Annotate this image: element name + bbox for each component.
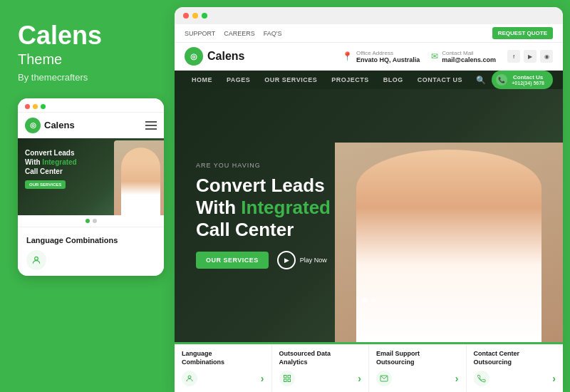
hero-content: ARE YOU HAVING Convert Leads With Integr… bbox=[196, 162, 331, 270]
search-icon[interactable]: 🔍 bbox=[476, 76, 486, 85]
bottom-card-icon-0 bbox=[182, 371, 197, 386]
hero-services-button[interactable]: OUR SERVICES bbox=[196, 252, 269, 269]
bottom-card-arrow-2: › bbox=[455, 373, 459, 384]
nav-contact[interactable]: CONTACT US bbox=[410, 71, 470, 89]
mobile-dots bbox=[25, 104, 46, 109]
bottom-cards: LanguageCombinations › Outsourced DataAn… bbox=[175, 342, 563, 392]
office-label: Office Address bbox=[356, 50, 420, 56]
top-info-links: SUPPORT CAREERS FAQ'S bbox=[185, 30, 282, 37]
mobile-hero-title: Convert Leads With Integrated Call Cente… bbox=[25, 148, 77, 176]
browser-dot-yellow bbox=[192, 13, 198, 19]
header-mail-text: Contact Mail mail@calens.com bbox=[442, 50, 496, 63]
phone-icon: 📞 bbox=[496, 74, 507, 86]
hero-image bbox=[335, 143, 563, 342]
nav-support[interactable]: SUPPORT bbox=[185, 30, 215, 37]
instagram-icon[interactable]: ◉ bbox=[540, 50, 553, 63]
nav-links: HOME PAGES OUR SERVICES PROJECTS BLOG CO… bbox=[185, 71, 470, 89]
hero-indicators bbox=[362, 298, 375, 303]
bottom-card-3[interactable]: Contact CenterOutsourcing › bbox=[467, 344, 564, 392]
bottom-card-2[interactable]: Email SupportOutsourcing › bbox=[369, 344, 467, 392]
nav-careers[interactable]: CAREERS bbox=[224, 30, 255, 37]
svg-point-1 bbox=[188, 376, 191, 378]
facebook-icon[interactable]: f bbox=[507, 50, 520, 63]
mobile-hero-btn[interactable]: OUR SERVICES bbox=[25, 180, 66, 189]
hero-indicator-2[interactable] bbox=[370, 298, 375, 303]
play-icon: ▶ bbox=[277, 251, 296, 269]
header-social: f ▶ ◉ bbox=[507, 50, 553, 63]
mobile-mockup: ◎ Calens Convert Leads With Integrated C… bbox=[18, 98, 164, 276]
bottom-card-title-0: LanguageCombinations bbox=[182, 350, 264, 366]
nav-right: 🔍 📞 Contact Us +012(34) 5678 bbox=[476, 71, 553, 89]
mobile-dot-red bbox=[25, 104, 30, 109]
header-info: 📍 Office Address Envato HQ, Australia ✉ … bbox=[342, 50, 553, 63]
location-icon: 📍 bbox=[342, 51, 353, 61]
hero-section: ARE YOU HAVING Convert Leads With Integr… bbox=[175, 89, 563, 342]
mail-icon: ✉ bbox=[431, 51, 438, 61]
bottom-card-arrow-0: › bbox=[261, 373, 264, 384]
mobile-hero-image bbox=[114, 140, 164, 215]
browser-dot-green bbox=[202, 13, 207, 19]
office-value: Envato HQ, Australia bbox=[356, 56, 420, 63]
hero-play-button[interactable]: ▶ Play Now bbox=[277, 251, 327, 269]
mobile-logo-text: Calens bbox=[44, 120, 75, 130]
header-office-text: Office Address Envato HQ, Australia bbox=[356, 50, 420, 63]
bottom-card-title-3: Contact CenterOutsourcing bbox=[474, 350, 556, 366]
mobile-hero-text: Convert Leads With Integrated Call Cente… bbox=[25, 148, 77, 189]
mobile-slide-indicator-2 bbox=[93, 219, 97, 223]
mobile-dot-green bbox=[41, 104, 46, 109]
bottom-card-arrow-1: › bbox=[358, 373, 361, 384]
header-logo-icon: ◎ bbox=[185, 47, 203, 66]
mobile-card-title: Language Combinations bbox=[26, 236, 155, 244]
site-header: ◎ Calens 📍 Office Address Envato HQ, Aus… bbox=[175, 43, 563, 71]
brand-subtitle: Theme bbox=[18, 51, 160, 68]
mobile-top-bar bbox=[18, 98, 164, 113]
mobile-card-icon bbox=[26, 250, 46, 270]
hero-indicator-1[interactable] bbox=[362, 298, 367, 303]
mail-value: mail@calens.com bbox=[442, 56, 496, 63]
bottom-card-icon-1 bbox=[279, 371, 295, 386]
mobile-card-language: Language Combinations bbox=[18, 227, 164, 276]
nav-blog[interactable]: BLOG bbox=[376, 71, 410, 89]
bottom-card-1[interactable]: Outsourced DataAnalytics › bbox=[272, 344, 370, 392]
play-text: Play Now bbox=[300, 257, 327, 264]
mobile-slide-indicator-1 bbox=[86, 219, 90, 223]
browser-dot-red bbox=[183, 13, 189, 19]
nav-contact-button[interactable]: 📞 Contact Us +012(34) 5678 bbox=[492, 71, 553, 89]
hero-eyebrow: ARE YOU HAVING bbox=[196, 162, 331, 169]
top-info-bar: SUPPORT CAREERS FAQ'S REQUEST QUOTE bbox=[175, 24, 563, 43]
nav-projects[interactable]: PROJECTS bbox=[324, 71, 376, 89]
nav-pages[interactable]: PAGES bbox=[219, 71, 257, 89]
nav-faq[interactable]: FAQ'S bbox=[264, 30, 282, 37]
left-panel: Calens Theme By themecrafters ◎ Calens C… bbox=[0, 0, 175, 392]
mail-label: Contact Mail bbox=[442, 50, 496, 56]
header-office-info: 📍 Office Address Envato HQ, Australia bbox=[342, 50, 420, 63]
request-quote-button[interactable]: REQUEST QUOTE bbox=[492, 27, 553, 39]
brand-title: Calens bbox=[18, 21, 160, 50]
nav-our-services[interactable]: OUR SERVICES bbox=[257, 71, 324, 89]
bottom-card-icon-3 bbox=[474, 371, 489, 386]
bottom-card-title-2: Email SupportOutsourcing bbox=[376, 350, 459, 366]
header-logo: ◎ Calens bbox=[185, 47, 244, 66]
svg-rect-3 bbox=[288, 376, 291, 378]
bottom-card-icon-2 bbox=[376, 371, 392, 386]
bottom-card-arrow-3: › bbox=[552, 373, 556, 384]
hero-title: Convert Leads With Integrated Call Cente… bbox=[196, 175, 331, 242]
svg-rect-4 bbox=[288, 379, 291, 382]
mobile-hero-person bbox=[121, 148, 160, 215]
nav-home[interactable]: HOME bbox=[185, 71, 219, 89]
mobile-hamburger-button[interactable] bbox=[145, 121, 157, 130]
mobile-dots-indicator bbox=[18, 215, 164, 227]
svg-rect-5 bbox=[284, 379, 286, 382]
mobile-dot-yellow bbox=[33, 104, 38, 109]
site-nav: HOME PAGES OUR SERVICES PROJECTS BLOG CO… bbox=[175, 71, 563, 89]
header-logo-text: Calens bbox=[207, 50, 244, 63]
youtube-icon[interactable]: ▶ bbox=[524, 50, 537, 63]
mobile-hero: Convert Leads With Integrated Call Cente… bbox=[18, 138, 164, 215]
mobile-logo-icon: ◎ bbox=[25, 118, 41, 133]
bottom-card-0[interactable]: LanguageCombinations › bbox=[175, 344, 272, 392]
svg-point-0 bbox=[35, 257, 38, 260]
mobile-nav-bar: ◎ Calens bbox=[18, 113, 164, 138]
hero-person bbox=[356, 150, 542, 342]
bottom-card-title-1: Outsourced DataAnalytics bbox=[279, 350, 362, 366]
svg-rect-2 bbox=[284, 376, 286, 378]
